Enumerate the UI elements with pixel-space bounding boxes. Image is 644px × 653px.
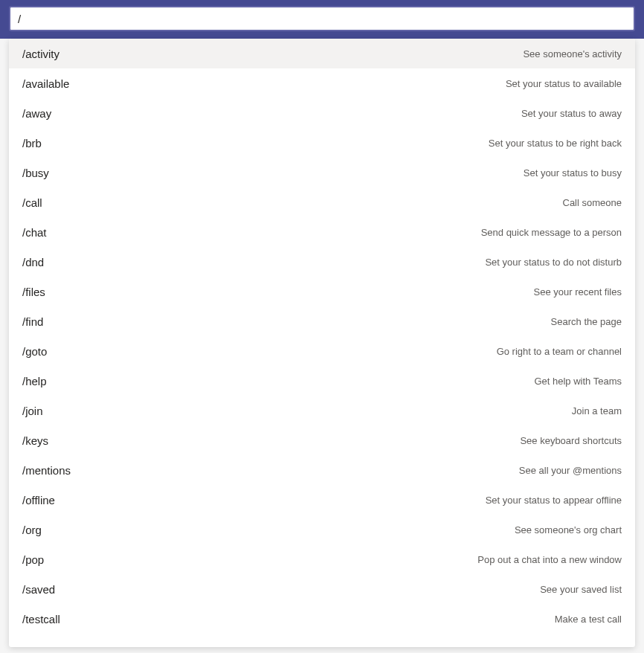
command-name: /call [22,196,42,209]
command-description: See keyboard shortcuts [520,435,622,446]
command-name: /activity [22,48,59,60]
command-description: Set your status to away [521,108,622,119]
command-name: /brb [22,137,42,149]
command-item-files[interactable]: /filesSee your recent files [9,277,635,306]
command-description: Set your status to available [506,78,622,89]
command-item-goto[interactable]: /gotoGo right to a team or channel [9,336,635,366]
command-item-find[interactable]: /findSearch the page [9,306,635,336]
command-item-offline[interactable]: /offlineSet your status to appear offlin… [9,485,635,515]
command-name: /testcall [22,613,60,625]
command-item-brb[interactable]: /brbSet your status to be right back [9,128,635,158]
command-item-join[interactable]: /joinJoin a team [9,396,635,425]
command-description: Send quick message to a person [481,227,622,238]
command-name: /mentions [22,464,71,477]
command-description: See your saved list [540,584,622,595]
command-item-help[interactable]: /helpGet help with Teams [9,366,635,396]
command-description: See someone's org chart [515,524,622,535]
command-description: Search the page [551,316,622,327]
command-name: /offline [22,494,55,506]
command-item-saved[interactable]: /savedSee your saved list [9,574,635,604]
command-description: Set your status to be right back [489,138,622,149]
command-description: See someone's activity [523,48,622,59]
command-item-testcall[interactable]: /testcallMake a test call [9,604,635,634]
command-item-org[interactable]: /orgSee someone's org chart [9,515,635,544]
command-name: /busy [22,167,49,179]
command-name: /saved [22,583,55,596]
search-container [0,6,644,39]
command-name: /find [22,315,43,328]
command-description: Make a test call [555,614,622,625]
command-item-available[interactable]: /availableSet your status to available [9,68,635,98]
command-item-call[interactable]: /callCall someone [9,187,635,217]
command-item-pop[interactable]: /popPop out a chat into a new window [9,544,635,574]
command-name: /goto [22,345,47,358]
command-name: /available [22,77,69,90]
command-item-mentions[interactable]: /mentionsSee all your @mentions [9,455,635,485]
command-name: /files [22,286,45,298]
command-item-keys[interactable]: /keysSee keyboard shortcuts [9,425,635,455]
command-description: See your recent files [533,286,622,297]
command-description: Join a team [572,405,622,416]
command-name: /away [22,107,51,120]
command-name: /chat [22,226,47,239]
title-bar [0,0,644,6]
command-item-away[interactable]: /awaySet your status to away [9,98,635,128]
command-description: Get help with Teams [534,376,622,387]
command-description: Go right to a team or channel [497,346,622,357]
command-dropdown: /activitySee someone's activity/availabl… [9,39,635,647]
command-item-busy[interactable]: /busySet your status to busy [9,158,635,187]
command-name: /keys [22,434,48,447]
command-name: /help [22,375,47,387]
command-description: Set your status to appear offline [486,495,622,506]
command-description: Pop out a chat into a new window [477,554,622,565]
command-name: /dnd [22,256,44,268]
command-name: /join [22,405,43,417]
command-description: Set your status to do not disturb [485,257,622,268]
command-description: See all your @mentions [519,465,622,476]
command-item-dnd[interactable]: /dndSet your status to do not disturb [9,247,635,277]
command-item-activity[interactable]: /activitySee someone's activity [9,39,635,68]
command-description: Call someone [563,197,622,208]
command-item-chat[interactable]: /chatSend quick message to a person [9,217,635,247]
command-name: /org [22,524,42,536]
command-description: Set your status to busy [524,167,622,178]
command-search-input[interactable] [9,6,635,31]
command-name: /pop [22,553,44,566]
